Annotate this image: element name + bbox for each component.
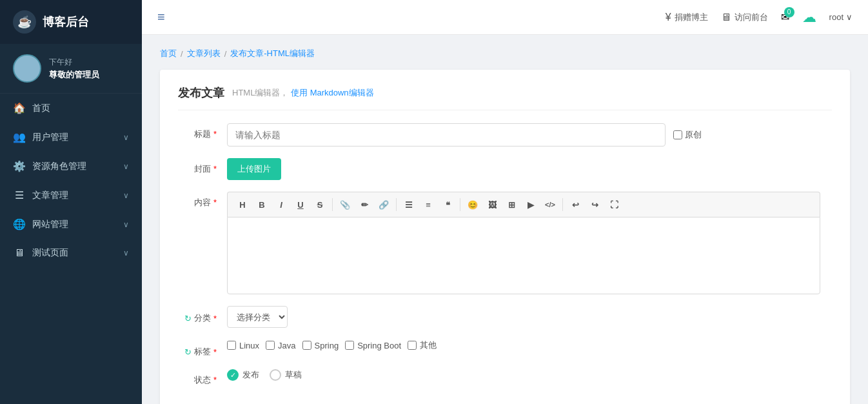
upload-image-button[interactable]: 上传图片 [227,158,281,180]
status-wrap: ✓ 发布 草稿 [227,369,302,381]
tag-spring[interactable]: Spring [302,341,339,350]
avatar [13,54,41,83]
title-input[interactable] [227,123,666,146]
category-select[interactable]: 选择分类 [227,306,288,328]
tag-linux-checkbox[interactable] [227,341,236,350]
original-checkbox[interactable] [673,130,682,139]
status-draft-option[interactable]: 草稿 [270,369,302,381]
toolbar-redo-button[interactable]: ↪ [586,196,603,213]
chevron-down-icon: ∨ [123,248,129,258]
breadcrumb-home[interactable]: 首页 [160,48,177,59]
tag-linux-label: Linux [239,341,259,350]
page-card: 发布文章 HTML编辑器， 使用 Markdown编辑器 标题 原创 [160,70,850,404]
tag-other-label: 其他 [420,339,437,351]
tag-spring-boot-checkbox[interactable] [345,341,354,350]
sidebar-nav: 🏠 首页 👥 用户管理 ∨ ⚙️ 资源角色管理 ∨ ☰ 文章管理 ∨ [0,94,142,404]
sidebar-item-home[interactable]: 🏠 首页 [0,94,142,123]
tag-java[interactable]: Java [266,341,295,350]
toolbar-video-button[interactable]: ▶ [522,196,539,213]
toolbar-undo-button[interactable]: ↩ [567,196,584,213]
status-publish-option[interactable]: ✓ 发布 [227,369,259,381]
list-icon: ☰ [13,189,26,201]
sync-icon-tags: ↻ [184,347,192,357]
sidebar-item-label: 网站管理 [32,219,68,230]
original-checkbox-wrap: 原创 [673,129,702,141]
tag-spring-label: Spring [315,341,339,350]
monitor-icon: 🖥 [13,247,26,259]
breadcrumb-article-list[interactable]: 文章列表 [187,48,221,59]
sidebar-item-label: 用户管理 [32,132,68,143]
tag-other-checkbox[interactable] [408,341,417,350]
toolbar-fullscreen-button[interactable]: ⛶ [606,196,622,213]
sidebar-item-label: 测试页面 [32,247,68,259]
breadcrumb-sep-2: / [224,49,227,59]
content-row: 内容 H B I U S 📎 ✏ 🔗 ☰ ≡ [178,192,832,294]
toolbar-emoji-button[interactable]: 😊 [464,196,481,213]
radio-publish-checked: ✓ [227,369,239,381]
markdown-editor-link[interactable]: 使用 Markdown编辑器 [291,88,374,97]
sidebar-item-resource-role[interactable]: ⚙️ 资源角色管理 ∨ [0,152,142,181]
title-label: 标题 [178,123,217,140]
logo-title: 博客后台 [43,14,89,30]
content-label: 内容 [178,192,217,208]
status-label: 状态 [178,369,217,386]
menu-toggle-button[interactable]: ≡ [157,10,165,25]
toolbar-separator-2 [396,198,397,211]
user-info: 下午好 尊敬的管理员 [49,57,99,81]
tag-other[interactable]: 其他 [408,339,437,351]
editor-wrap: H B I U S 📎 ✏ 🔗 ☰ ≡ ❝ 😊 [227,192,820,294]
sidebar-logo: ☕ 博客后台 [0,0,142,44]
status-publish-label: 发布 [242,369,259,381]
toolbar-heading-button[interactable]: H [234,196,251,213]
sidebar-item-label: 文章管理 [32,190,68,201]
notification-badge: 0 [784,7,794,17]
tag-spring-checkbox[interactable] [302,341,311,350]
tags-wrap: Linux Java Spring Spring Boot [227,339,437,351]
title-row: 标题 原创 [178,123,832,146]
sidebar-item-site-management[interactable]: 🌐 网站管理 ∨ [0,210,142,239]
toolbar-ul-button[interactable]: ☰ [400,196,417,213]
toolbar-ol-button[interactable]: ≡ [420,196,437,213]
sidebar-item-user-management[interactable]: 👥 用户管理 ∨ [0,123,142,152]
users-icon: 👥 [13,131,26,143]
tag-linux[interactable]: Linux [227,341,259,350]
page-subtitle: HTML编辑器， 使用 Markdown编辑器 [232,87,374,99]
chevron-down-icon: ∨ [123,191,129,200]
donate-button[interactable]: ¥ 捐赠博主 [666,12,708,23]
sidebar-item-test-page[interactable]: 🖥 测试页面 ∨ [0,239,142,267]
tags-row: ↻ 标签 * Linux Java [178,339,832,358]
toolbar-table-button[interactable]: ⊞ [503,196,520,213]
tag-spring-boot[interactable]: Spring Boot [345,341,401,350]
breadcrumb: 首页 / 文章列表 / 发布文章-HTML编辑器 [160,48,850,59]
toolbar-image-button[interactable]: 🖼 [484,196,500,213]
breadcrumb-current: 发布文章-HTML编辑器 [230,48,315,59]
visit-label: 访问前台 [735,12,768,23]
notification-button[interactable]: ✉ 0 [781,11,789,23]
toolbar-paint-button[interactable]: ✏ [356,196,373,213]
gear-icon: ⚙️ [13,160,26,172]
page-title: 发布文章 [178,85,224,101]
user-dropdown-button[interactable]: root ∨ [829,12,853,22]
sidebar-item-label: 首页 [32,103,50,114]
toolbar-bold-button[interactable]: B [253,196,270,213]
toolbar-code-button[interactable]: </> [542,196,558,213]
sidebar: ☕ 博客后台 下午好 尊敬的管理员 🏠 首页 👥 用户管理 ∨ ⚙️ [0,0,142,404]
tags-label: 标签 [194,346,211,358]
chevron-down-icon: ∨ [846,12,853,22]
user-label: root [829,12,843,22]
visit-front-button[interactable]: 🖥 访问前台 [721,12,768,23]
toolbar-quote-button[interactable]: ❝ [439,196,456,213]
toolbar-attach-button[interactable]: 📎 [337,196,353,213]
sidebar-item-article-management[interactable]: ☰ 文章管理 ∨ [0,181,142,210]
monitor-icon: 🖥 [721,12,731,23]
toolbar-underline-button[interactable]: U [292,196,309,213]
category-row: ↻ 分类 * 选择分类 [178,306,832,328]
topbar: ≡ ¥ 捐赠博主 🖥 访问前台 ✉ 0 ☁ root ∨ [142,0,868,35]
sidebar-item-label: 资源角色管理 [32,161,86,172]
toolbar-link-button[interactable]: 🔗 [375,196,392,213]
cloud-icon: ☁ [802,9,816,26]
tag-java-checkbox[interactable] [266,341,275,350]
toolbar-italic-button[interactable]: I [273,196,290,213]
toolbar-strikethrough-button[interactable]: S [311,196,328,213]
editor-body[interactable] [227,217,820,294]
